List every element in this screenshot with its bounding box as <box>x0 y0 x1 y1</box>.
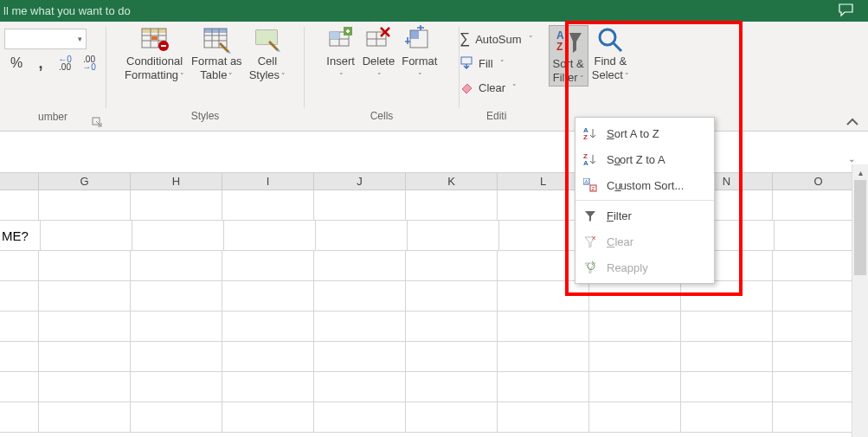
delete-cells-icon <box>363 25 393 55</box>
filter-icon <box>582 209 598 222</box>
worksheet-area: ⌄ G H I J K L N O ME? <box>0 148 868 437</box>
svg-text:Z: Z <box>592 186 595 191</box>
format-as-table-button[interactable]: Format asTable˅ <box>188 25 246 83</box>
column-header[interactable]: H <box>131 173 222 190</box>
menu-sort-z-to-a[interactable]: ZA Soort Z to A <box>575 146 714 172</box>
column-header[interactable]: G <box>39 173 131 190</box>
group-label-number: umber <box>0 109 106 131</box>
custom-sort-icon: AZ <box>582 178 598 192</box>
vertical-scrollbar[interactable]: ▴ <box>852 164 868 437</box>
ribbon: ▾ % , ←0.00 .00→0 umber <box>0 22 868 132</box>
column-headers: G H I J K L N O <box>0 173 868 190</box>
comments-icon[interactable] <box>839 3 854 17</box>
svg-rect-30 <box>461 57 472 64</box>
dialog-launcher-icon[interactable] <box>92 117 103 128</box>
increase-decimal-button[interactable]: ←0.00 <box>53 53 77 74</box>
tell-me-search[interactable]: ll me what you want to do <box>3 4 131 17</box>
svg-rect-11 <box>204 29 227 33</box>
svg-rect-9 <box>161 45 166 47</box>
decrease-decimal-button[interactable]: .00→0 <box>77 53 101 74</box>
group-label-styles: Styles <box>106 108 304 131</box>
scrollbar-thumb[interactable] <box>854 180 866 275</box>
sort-descending-icon: ZA <box>582 152 598 166</box>
svg-rect-29 <box>410 30 419 39</box>
magnifier-icon <box>595 25 625 55</box>
column-header[interactable]: J <box>314 173 406 190</box>
conditional-formatting-button[interactable]: ConditionalFormatting˅ <box>121 25 188 83</box>
menu-separator <box>575 200 714 201</box>
delete-cells-button[interactable]: Delete˅ <box>359 25 399 83</box>
column-header[interactable] <box>0 173 39 190</box>
menu-custom-sort[interactable]: AZ Cuustom Sort... <box>575 172 714 198</box>
cells-grid[interactable]: ME? <box>0 190 868 433</box>
svg-text:A: A <box>583 159 588 166</box>
conditional-formatting-icon <box>140 25 170 55</box>
svg-text:A: A <box>556 29 564 42</box>
sort-filter-menu: AZ Sort A to Z ZA Soort Z to A AZ Cuusto… <box>575 117 715 284</box>
svg-point-33 <box>600 29 615 45</box>
svg-text:Z: Z <box>556 41 563 53</box>
insert-cells-button[interactable]: Insert˅ <box>323 25 359 83</box>
percent-style-button[interactable]: % <box>4 53 29 74</box>
formula-bar-area: ⌄ <box>0 148 868 173</box>
format-cells-icon <box>405 25 434 55</box>
cell-styles-button[interactable]: CellStyles˅ <box>246 25 289 83</box>
find-select-button[interactable]: Find &Select˅ <box>588 25 633 83</box>
group-number: ▾ % , ←0.00 .00→0 umber <box>0 22 106 131</box>
menu-sort-a-to-z[interactable]: AZ Sort A to Z <box>575 120 714 146</box>
cell-styles-icon <box>253 25 282 55</box>
clear-button[interactable]: Clear˅ <box>460 75 533 100</box>
menu-clear-filter: Clear <box>575 228 714 254</box>
sigma-icon: ∑ <box>460 30 470 48</box>
scroll-up-icon[interactable]: ▴ <box>852 164 868 180</box>
sort-ascending-icon: AZ <box>582 126 598 140</box>
column-header[interactable]: I <box>222 173 314 190</box>
svg-line-34 <box>614 43 621 51</box>
chevron-down-icon: ▾ <box>78 35 82 43</box>
autosum-button[interactable]: ∑ AutoSum˅ <box>460 27 533 51</box>
format-cells-button[interactable]: Format˅ <box>398 25 440 83</box>
group-styles: ConditionalFormatting˅ Format asTable˅ C… <box>106 22 304 131</box>
comma-style-button[interactable]: , <box>29 53 53 74</box>
menu-filter[interactable]: Filter <box>575 202 714 228</box>
group-editing: ∑ AutoSum˅ Fill˅ Clear˅ <box>460 22 868 131</box>
clear-filter-icon <box>582 235 598 247</box>
sort-filter-button[interactable]: A Z Sort &Filter˅ <box>549 25 588 87</box>
number-format-combo[interactable]: ▾ <box>4 29 87 49</box>
reapply-filter-icon <box>582 261 598 273</box>
menu-reapply-filter: Reapply <box>575 254 714 280</box>
svg-rect-2 <box>142 29 166 33</box>
eraser-icon <box>460 81 473 93</box>
title-bar: ll me what you want to do <box>0 0 868 22</box>
expand-formula-bar-icon[interactable]: ⌄ <box>848 154 857 164</box>
svg-text:A: A <box>585 179 588 184</box>
fill-down-icon <box>460 56 473 70</box>
svg-rect-7 <box>151 36 158 40</box>
fill-button[interactable]: Fill˅ <box>460 51 533 75</box>
collapse-ribbon-icon[interactable] <box>845 117 859 127</box>
svg-text:Z: Z <box>583 133 588 140</box>
svg-rect-17 <box>256 30 277 44</box>
sort-filter-icon: A Z <box>554 28 583 57</box>
svg-rect-21 <box>330 32 339 39</box>
cell-text[interactable]: ME? <box>0 221 41 251</box>
column-header[interactable]: K <box>406 173 498 190</box>
insert-cells-icon <box>326 25 356 55</box>
format-as-table-icon <box>202 25 231 55</box>
